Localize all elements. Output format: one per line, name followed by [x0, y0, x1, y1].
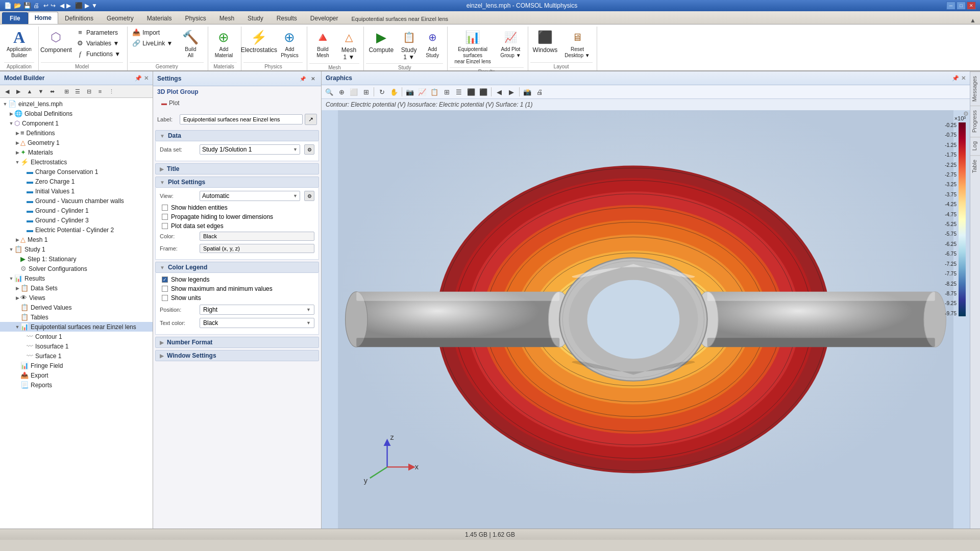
label-btn[interactable]: ↗: [305, 114, 317, 125]
tab-physics[interactable]: Physics: [178, 12, 212, 24]
view-config-btn[interactable]: ⚙: [304, 191, 314, 201]
tree-ground-cyl3[interactable]: ▬ Ground - Cylinder 3: [0, 215, 153, 225]
tree-geometry1[interactable]: ▶ △ Geometry 1: [0, 138, 153, 147]
zoom-in-btn[interactable]: ⊕: [336, 86, 347, 97]
print-btn[interactable]: 🖨: [33, 2, 39, 9]
tree-solver-configurations[interactable]: ⚙ Solver Configurations: [0, 264, 153, 273]
tab-mesh[interactable]: Mesh: [213, 12, 241, 24]
maximize-btn[interactable]: □: [957, 2, 966, 10]
new-btn[interactable]: 📄: [4, 2, 12, 9]
legend-btn[interactable]: ☰: [453, 86, 464, 97]
tab-table[interactable]: Table: [970, 155, 980, 177]
tab-progress[interactable]: Progress: [970, 106, 980, 137]
add-physics-btn[interactable]: ⊕ AddPhysics: [276, 28, 303, 60]
tree-charge-conservation[interactable]: ▬ Charge Conservation 1: [0, 167, 153, 177]
color-input[interactable]: [200, 232, 314, 241]
mb-close-icon[interactable]: ✕: [144, 75, 149, 82]
tab-study[interactable]: Study: [241, 12, 270, 24]
number-format-header[interactable]: ▶ Number Format: [155, 337, 319, 348]
frame-input[interactable]: [200, 244, 314, 253]
variables-btn[interactable]: ⚙ Variables ▼: [74, 38, 123, 48]
show-hidden-checkbox[interactable]: [162, 205, 168, 211]
reset-desktop-btn[interactable]: 🖥 ResetDesktop ▼: [562, 28, 592, 60]
mb-more-btn[interactable]: ⋮: [106, 86, 116, 96]
tree-equipotential-surfaces[interactable]: ▼ 📊 Equipotential surfaces near Einzel l…: [0, 322, 153, 332]
add-material-btn[interactable]: ⊕ AddMaterial: [210, 28, 237, 60]
tree-results[interactable]: ▼ 📊 Results: [0, 273, 153, 283]
functions-btn[interactable]: f Functions ▼: [74, 49, 123, 59]
tab-home[interactable]: Home: [28, 12, 58, 24]
table-btn[interactable]: 📋: [429, 86, 440, 97]
undo-btn[interactable]: ↩: [43, 2, 48, 9]
data-section-header[interactable]: ▼ Data: [155, 130, 319, 141]
tree-definitions[interactable]: ▶ ≡ Definitions: [0, 128, 153, 138]
tree-electric-potential-cyl2[interactable]: ▬ Electric Potential - Cylinder 2: [0, 225, 153, 235]
electrostatics-btn[interactable]: ⚡ Electrostatics: [243, 28, 274, 55]
show-units-checkbox[interactable]: [162, 295, 168, 301]
parameters-btn[interactable]: ≡ Parameters: [74, 28, 123, 37]
show-legends-checkbox[interactable]: ✓: [162, 277, 168, 283]
graphics-canvas[interactable]: z x y ×10³ -0.25: [322, 110, 970, 529]
tree-tables[interactable]: 📋 Tables: [0, 312, 153, 322]
tree-ground-cyl1[interactable]: ▬ Ground - Cylinder 1: [0, 206, 153, 215]
view3d-btn[interactable]: ⬛: [465, 86, 477, 97]
view-select[interactable]: Automatic ▼: [200, 191, 300, 201]
minimize-btn[interactable]: ─: [946, 2, 955, 10]
more-btn[interactable]: ▼: [91, 2, 97, 9]
zoom-box-btn[interactable]: ⬜: [348, 86, 359, 97]
tab-definitions[interactable]: Definitions: [58, 12, 100, 24]
tree-derived-values[interactable]: 📋 Derived Values: [0, 303, 153, 312]
graphics-pin-icon[interactable]: 📌: [952, 75, 959, 82]
mesh1-btn[interactable]: △ Mesh1 ▼: [338, 28, 359, 62]
mb-back-btn[interactable]: ◀: [2, 86, 12, 96]
equipotential-result-btn[interactable]: 📊 Equipotential surfacesnear Einzel lens: [450, 28, 496, 66]
windows-btn[interactable]: ⬛ Windows: [530, 28, 560, 55]
build-all-btn[interactable]: 🔨 BuildAll: [177, 28, 204, 60]
add-plot-group-btn[interactable]: 📈 Add PlotGroup ▼: [498, 28, 523, 60]
text-color-select[interactable]: Black ▼: [200, 318, 314, 328]
dataset-select[interactable]: Study 1/Solution 1 ▼: [200, 144, 300, 155]
show-max-min-checkbox[interactable]: [162, 286, 168, 292]
mb-pin-icon[interactable]: 📌: [135, 75, 142, 82]
tab-messages[interactable]: Messages: [970, 71, 980, 106]
tree-views[interactable]: ▶ 👁 Views: [0, 293, 153, 303]
mb-down-btn[interactable]: ▼: [36, 86, 46, 96]
mb-view-btn[interactable]: ⊟: [84, 86, 94, 96]
build-mesh-btn[interactable]: 🔺 BuildMesh: [309, 28, 336, 60]
tree-study1[interactable]: ▼ 📋 Study 1: [0, 244, 153, 254]
view2d-btn[interactable]: ⬛: [478, 86, 489, 97]
run-btn[interactable]: ▶: [85, 2, 89, 9]
tab-file[interactable]: File: [2, 12, 28, 24]
tab-developer[interactable]: Developer: [304, 12, 345, 24]
tree-fringe-field[interactable]: 📊 Fringe Field: [0, 361, 153, 370]
window-settings-header[interactable]: ▶ Window Settings: [155, 350, 319, 361]
tree-electrostatics[interactable]: ▼ ⚡ Electrostatics: [0, 157, 153, 167]
tree-ground-vacuum[interactable]: ▬ Ground - Vacuum chamber walls: [0, 196, 153, 206]
tree-component1[interactable]: ▼ ⬡ Component 1: [0, 118, 153, 128]
position-select[interactable]: Right ▼: [200, 305, 314, 315]
tab-equipotential[interactable]: Equipotential surfaces near Einzel lens: [345, 13, 455, 24]
ribbon-expand[interactable]: ▲: [455, 17, 978, 24]
tree-surface1[interactable]: 〰 Surface 1: [0, 351, 153, 361]
tab-log[interactable]: Log: [970, 137, 980, 155]
pan-btn[interactable]: ✋: [388, 86, 400, 97]
settings-pin-btn[interactable]: 📌: [299, 74, 307, 83]
graphics-settings-icon[interactable]: ⚙: [962, 110, 970, 117]
mb-move-btn[interactable]: ⬌: [47, 86, 57, 96]
propagate-hiding-checkbox[interactable]: [162, 214, 168, 220]
graphics-close-icon[interactable]: ✕: [961, 75, 966, 82]
application-builder-btn[interactable]: A ApplicationBuilder: [4, 28, 34, 60]
settings-close-btn[interactable]: ✕: [309, 74, 317, 83]
forward-btn[interactable]: ▶: [66, 2, 71, 9]
mb-forward-btn[interactable]: ▶: [13, 86, 23, 96]
plot-dataset-edges-checkbox[interactable]: [162, 223, 168, 229]
tree-materials[interactable]: ▶ ✦ Materials: [0, 147, 153, 157]
tab-results[interactable]: Results: [270, 12, 304, 24]
open-btn[interactable]: 📂: [14, 2, 21, 9]
tree-zero-charge[interactable]: ▬ Zero Charge 1: [0, 177, 153, 186]
mb-list-btn[interactable]: ☰: [72, 86, 83, 96]
tree-contour1[interactable]: 〰 Contour 1: [0, 332, 153, 341]
tree-initial-values[interactable]: ▬ Initial Values 1: [0, 186, 153, 196]
plot-btn[interactable]: 📈: [416, 86, 428, 97]
stop-btn[interactable]: ⬛: [75, 2, 83, 9]
